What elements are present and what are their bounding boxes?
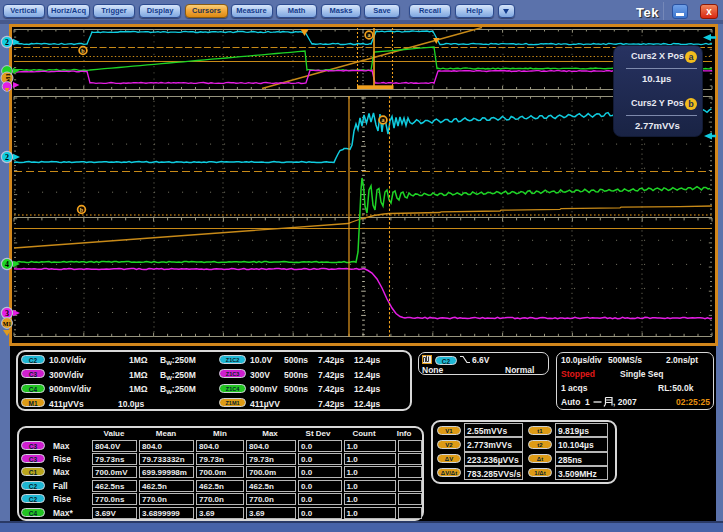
- svg-text:3: 3: [5, 309, 9, 318]
- svg-text:2: 2: [5, 38, 9, 47]
- svg-text:2: 2: [5, 153, 9, 162]
- svg-text:4: 4: [5, 260, 9, 269]
- svg-text:a: a: [382, 117, 385, 123]
- svg-text:M1: M1: [3, 321, 12, 327]
- svg-text:a: a: [368, 32, 371, 38]
